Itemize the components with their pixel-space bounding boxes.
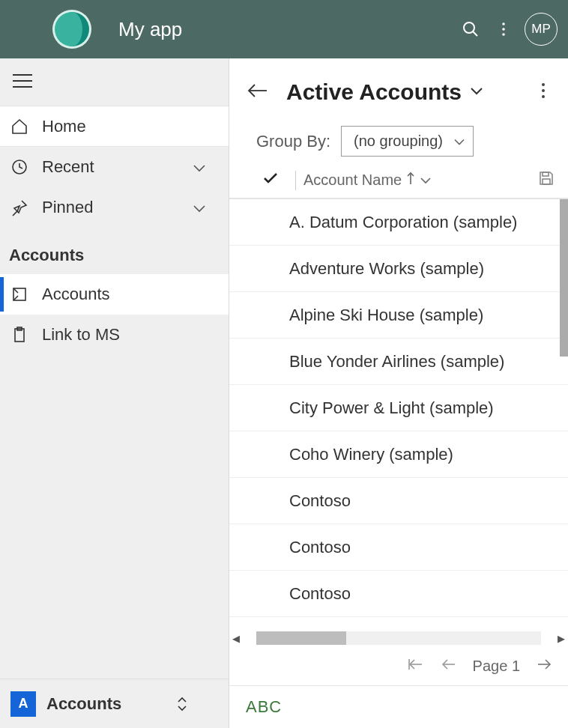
account-name: Contoso bbox=[289, 491, 351, 511]
back-icon[interactable] bbox=[247, 83, 268, 101]
chevron-down-icon[interactable] bbox=[469, 85, 484, 99]
area-badge: A bbox=[10, 691, 36, 717]
chevron-down-icon bbox=[193, 198, 206, 217]
list-item[interactable]: Coho Winery (sample) bbox=[229, 431, 568, 478]
area-label: Accounts bbox=[46, 694, 176, 714]
save-icon[interactable] bbox=[538, 170, 555, 190]
svg-point-14 bbox=[542, 83, 545, 86]
sidebar-item-label: Accounts bbox=[42, 285, 110, 304]
avatar-initials: MP bbox=[531, 22, 551, 37]
scroll-right-icon[interactable]: ▶ bbox=[555, 633, 568, 644]
vertical-scrollbar[interactable] bbox=[560, 199, 568, 357]
chevron-down-icon bbox=[453, 133, 465, 150]
area-switcher[interactable]: A Accounts bbox=[0, 679, 229, 728]
view-title[interactable]: Active Accounts bbox=[286, 79, 462, 105]
svg-rect-19 bbox=[543, 179, 550, 184]
scroll-left-icon[interactable]: ◀ bbox=[229, 633, 243, 644]
sort-asc-icon bbox=[406, 172, 415, 189]
sidebar-item-label: Home bbox=[42, 117, 86, 136]
svg-point-15 bbox=[542, 89, 545, 92]
user-avatar[interactable]: MP bbox=[525, 13, 558, 46]
jumpbar[interactable]: ABC bbox=[229, 686, 568, 728]
updown-chevron-icon bbox=[176, 696, 188, 712]
jumpbar-text: ABC bbox=[246, 697, 282, 717]
column-header-account-name[interactable]: Account Name bbox=[303, 172, 432, 189]
list-item[interactable]: A. Datum Corporation (sample) bbox=[229, 199, 568, 246]
chevron-down-icon[interactable] bbox=[420, 172, 432, 189]
account-name: Alpine Ski House (sample) bbox=[289, 306, 483, 325]
more-vertical-icon[interactable] bbox=[487, 13, 520, 46]
svg-point-4 bbox=[502, 28, 505, 31]
content-pane: Active Accounts Group By: (no grouping) bbox=[229, 58, 568, 728]
app-header: My app MP bbox=[0, 0, 568, 58]
hamburger-icon[interactable] bbox=[13, 73, 32, 91]
sidebar-item-link-to-ms[interactable]: Link to MS bbox=[0, 315, 229, 355]
list-item[interactable]: Contoso bbox=[229, 571, 568, 617]
list-item[interactable]: Contoso bbox=[229, 524, 568, 571]
clock-icon bbox=[10, 158, 42, 176]
sidebar-item-pinned[interactable]: Pinned bbox=[0, 187, 229, 228]
home-icon bbox=[10, 118, 42, 136]
account-name: A. Datum Corporation (sample) bbox=[289, 213, 517, 232]
groupby-value: (no grouping) bbox=[354, 133, 443, 149]
svg-point-3 bbox=[502, 22, 505, 25]
accounts-icon bbox=[10, 285, 42, 303]
account-name: Blue Yonder Airlines (sample) bbox=[289, 352, 504, 371]
list-item[interactable]: Adventure Works (sample) bbox=[229, 246, 568, 292]
sidebar-item-home[interactable]: Home bbox=[0, 106, 229, 147]
first-page-icon[interactable] bbox=[407, 658, 423, 675]
pager: Page 1 bbox=[229, 647, 568, 686]
svg-point-1 bbox=[464, 22, 474, 33]
search-icon[interactable] bbox=[454, 13, 487, 46]
account-name: Contoso bbox=[289, 538, 351, 557]
sidebar-group-label: Accounts bbox=[0, 228, 229, 274]
account-name: Contoso bbox=[289, 584, 351, 604]
column-header-label: Account Name bbox=[303, 172, 402, 189]
account-name: City Power & Light (sample) bbox=[289, 398, 494, 418]
page-label: Page 1 bbox=[473, 658, 520, 675]
select-all-icon[interactable] bbox=[262, 172, 279, 189]
column-header-row: Account Name bbox=[229, 163, 568, 199]
list-item[interactable]: Blue Yonder Airlines (sample) bbox=[229, 339, 568, 385]
sidebar-item-label: Recent bbox=[42, 157, 94, 177]
svg-line-2 bbox=[473, 31, 477, 36]
sidebar-item-label: Link to MS bbox=[42, 325, 120, 345]
svg-point-16 bbox=[542, 95, 545, 98]
sidebar-item-label: Pinned bbox=[42, 198, 94, 217]
account-name: Adventure Works (sample) bbox=[289, 259, 484, 279]
list-item[interactable]: Contoso bbox=[229, 478, 568, 524]
app-title: My app bbox=[118, 18, 182, 41]
app-logo-icon bbox=[52, 10, 91, 49]
svg-rect-18 bbox=[543, 172, 549, 176]
svg-point-5 bbox=[502, 33, 505, 36]
next-page-icon[interactable] bbox=[537, 658, 553, 675]
groupby-select[interactable]: (no grouping) bbox=[341, 126, 474, 157]
chevron-down-icon bbox=[193, 157, 206, 177]
account-list: A. Datum Corporation (sample)Adventure W… bbox=[229, 199, 568, 629]
horizontal-scrollbar[interactable]: ◀ ▶ bbox=[229, 629, 568, 647]
prev-page-icon[interactable] bbox=[440, 658, 456, 675]
pin-icon bbox=[10, 198, 42, 216]
sidebar: Home Recent Pinned Accou bbox=[0, 58, 229, 728]
account-name: Coho Winery (sample) bbox=[289, 445, 453, 464]
sidebar-item-accounts[interactable]: Accounts bbox=[0, 274, 229, 315]
clipboard-icon bbox=[10, 326, 42, 344]
more-vertical-icon[interactable] bbox=[537, 82, 550, 102]
sidebar-item-recent[interactable]: Recent bbox=[0, 147, 229, 187]
groupby-label: Group By: bbox=[256, 132, 330, 151]
list-item[interactable]: City Power & Light (sample) bbox=[229, 385, 568, 431]
list-item[interactable]: Alpine Ski House (sample) bbox=[229, 292, 568, 339]
